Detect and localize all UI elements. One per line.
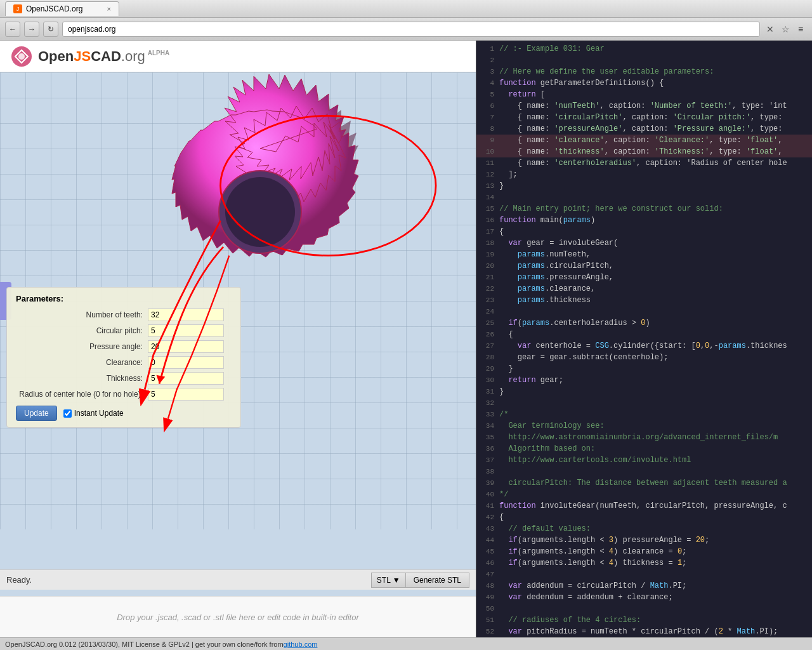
param-input-numteeth[interactable] xyxy=(148,308,224,321)
line-content: params.circularPitch, xyxy=(499,260,812,272)
code-line: 3// Here we define the user editable par… xyxy=(476,66,812,77)
code-line: 36 Algorithm based on: xyxy=(476,443,812,454)
refresh-button[interactable]: ↻ xyxy=(43,22,58,37)
drop-zone[interactable]: Drop your .jscad, .scad or .stl file her… xyxy=(0,596,476,637)
line-number: 42 xyxy=(476,512,499,523)
param-row-pressureangle: Pressure angle: xyxy=(16,340,232,353)
line-content: var dedendum = addendum + clearance; xyxy=(499,592,812,603)
logo-svg xyxy=(10,45,33,68)
line-number: 41 xyxy=(476,500,499,512)
forward-button[interactable]: → xyxy=(24,22,39,37)
tab-title: OpenJSCAD.org xyxy=(26,4,82,13)
param-input-thickness[interactable] xyxy=(148,372,224,385)
line-content: return [ xyxy=(499,89,812,100)
param-label-thickness: Thickness: xyxy=(16,374,143,383)
code-line: 7 { name: 'circularPitch', caption: 'Cir… xyxy=(476,112,812,123)
address-bar[interactable] xyxy=(62,22,760,37)
line-content: } xyxy=(499,386,812,397)
code-line: 5 return [ xyxy=(476,89,812,100)
code-line: 8 { name: 'pressureAngle', caption: 'Pre… xyxy=(476,123,812,135)
toolbar-icons: ✕ ☆ ≡ xyxy=(764,23,807,36)
update-button[interactable]: Update xyxy=(16,406,57,421)
line-content: var gear = involuteGear( xyxy=(499,237,812,249)
stl-btn-group: STL ▼ Generate STL xyxy=(371,573,469,588)
code-line: 49 var dedendum = addendum + clearance; xyxy=(476,592,812,603)
code-line: 45 if(arguments.length < 4) clearance = … xyxy=(476,546,812,557)
line-number: 9 xyxy=(476,135,499,146)
line-content: { xyxy=(499,226,812,237)
viewport[interactable]: Parameters: Number of teeth: Circular pi… xyxy=(0,72,476,529)
code-line: 19 params.numTeeth, xyxy=(476,249,812,260)
line-number: 49 xyxy=(476,592,499,603)
menu-icon[interactable]: ≡ xyxy=(794,23,807,36)
parameters-panel: Parameters: Number of teeth: Circular pi… xyxy=(6,287,241,428)
code-line: 18 var gear = involuteGear( xyxy=(476,237,812,249)
line-number: 38 xyxy=(476,466,499,477)
code-line: 48 var addendum = circularPitch / Math.P… xyxy=(476,580,812,592)
line-number: 32 xyxy=(476,397,499,409)
code-line: 44 if(arguments.length < 3) pressureAngl… xyxy=(476,534,812,546)
code-line: 41function involuteGear(numTeeth, circul… xyxy=(476,500,812,512)
back-button[interactable]: ← xyxy=(5,22,20,37)
line-content: { xyxy=(499,329,812,340)
code-line: 29 } xyxy=(476,363,812,375)
svg-point-1 xyxy=(18,53,25,60)
line-number: 27 xyxy=(476,340,499,352)
code-line: 51 // radiuses of the 4 circles: xyxy=(476,614,812,626)
code-line: 28 gear = gear.subtract(centerhole); xyxy=(476,352,812,363)
params-buttons: Update Instant Update xyxy=(16,406,232,421)
stl-format-button[interactable]: STL ▼ xyxy=(371,573,406,588)
line-content: if(arguments.length < 4) clearance = 0; xyxy=(499,546,812,557)
line-number: 3 xyxy=(476,66,499,77)
line-number: 45 xyxy=(476,546,499,557)
line-number: 26 xyxy=(476,329,499,340)
line-number: 13 xyxy=(476,180,499,192)
code-editor[interactable]: 1// :- Example 031: Gear23// Here we def… xyxy=(476,41,812,637)
tab-favicon: J xyxy=(13,4,22,13)
param-input-circularpitch[interactable] xyxy=(148,324,224,337)
code-line: 33/* xyxy=(476,409,812,420)
param-row-thickness: Thickness: xyxy=(16,372,232,385)
line-content: { xyxy=(499,512,812,523)
code-line: 46 if(arguments.length < 4) thickness = … xyxy=(476,557,812,569)
bookmark-icon[interactable]: ☆ xyxy=(779,23,792,36)
line-number: 52 xyxy=(476,626,499,637)
instant-update-checkbox[interactable] xyxy=(63,409,72,418)
param-input-pressureangle[interactable] xyxy=(148,340,224,353)
param-row-clearance: Clearance: xyxy=(16,356,232,369)
code-line: 14 xyxy=(476,192,812,203)
browser-tab[interactable]: J OpenJSCAD.org × xyxy=(5,1,119,16)
code-line: 2 xyxy=(476,55,812,66)
line-number: 50 xyxy=(476,603,499,614)
line-content: gear = gear.subtract(centerhole); xyxy=(499,352,812,363)
param-input-centerhole[interactable] xyxy=(148,388,224,401)
ready-text: Ready. xyxy=(6,575,32,585)
line-content: /* xyxy=(499,409,812,420)
line-content xyxy=(499,397,812,409)
code-line: 13} xyxy=(476,180,812,192)
line-content xyxy=(499,192,812,203)
code-line: 21 params.pressureAngle, xyxy=(476,272,812,283)
status-bar: OpenJSCAD.org 0.012 (2013/03/30), MIT Li… xyxy=(0,637,812,650)
line-content: http://www.cartertools.com/involute.html xyxy=(499,454,812,466)
stop-icon[interactable]: ✕ xyxy=(764,23,776,36)
logo-text: OpenJSCAD.orgALPHA xyxy=(38,48,169,65)
line-number: 48 xyxy=(476,580,499,592)
line-content: function main(params) xyxy=(499,215,812,226)
generate-stl-button[interactable]: Generate STL xyxy=(406,573,469,588)
line-content: // :- Example 031: Gear xyxy=(499,43,812,55)
code-line: 31} xyxy=(476,386,812,397)
line-content: var pitchRadius = numTeeth * circularPit… xyxy=(499,626,812,637)
line-number: 33 xyxy=(476,409,499,420)
line-content xyxy=(499,603,812,614)
param-input-clearance[interactable] xyxy=(148,356,224,369)
github-link[interactable]: github.com xyxy=(284,640,318,648)
line-content: { name: 'thickness', caption: 'Thickness… xyxy=(499,146,812,157)
line-number: 28 xyxy=(476,352,499,363)
tab-close-btn[interactable]: × xyxy=(107,5,111,13)
line-content xyxy=(499,306,812,317)
line-content: var centerhole = CSG.cylinder({start: [0… xyxy=(499,340,812,352)
line-number: 10 xyxy=(476,146,499,157)
line-content xyxy=(499,466,812,477)
code-line: 30 return gear; xyxy=(476,375,812,386)
